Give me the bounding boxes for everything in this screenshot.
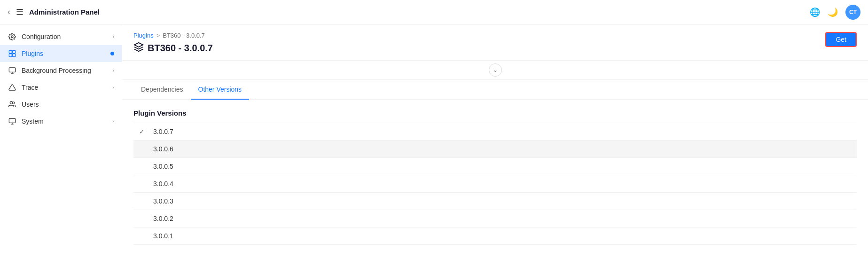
layout: Configuration › Plugins Background Proce… bbox=[0, 24, 868, 274]
svg-rect-2 bbox=[13, 50, 16, 53]
breadcrumb-plugins-link[interactable]: Plugins bbox=[133, 32, 154, 39]
version-check-icon: ✓ bbox=[139, 128, 149, 135]
main-content: Plugins > BT360 - 3.0.0.7 BT360 - 3.0.0.… bbox=[122, 24, 868, 274]
breadcrumb-separator: > bbox=[156, 32, 160, 39]
version-row-3002[interactable]: 3.0.0.2 bbox=[133, 210, 857, 227]
trace-chevron-icon: › bbox=[112, 84, 114, 91]
menu-button[interactable]: ☰ bbox=[16, 7, 23, 17]
svg-point-6 bbox=[10, 102, 12, 104]
version-label-3007: 3.0.0.7 bbox=[153, 128, 173, 135]
top-header: ‹ ☰ Administration Panel 🌐 🌙 CT bbox=[0, 0, 868, 24]
page-title: BT360 - 3.0.0.7 bbox=[133, 42, 213, 55]
sidebar-item-configuration[interactable]: Configuration › bbox=[0, 28, 122, 45]
sidebar-item-users[interactable]: Users bbox=[0, 96, 122, 113]
plugins-active-dot bbox=[110, 52, 114, 55]
version-row-3006[interactable]: 3.0.0.6 bbox=[133, 140, 857, 157]
sidebar-item-background-processing-label: Background Processing bbox=[22, 67, 108, 74]
header-actions: 🌐 🌙 CT bbox=[810, 5, 860, 20]
version-label-3004: 3.0.0.4 bbox=[153, 180, 173, 188]
moon-icon-button[interactable]: 🌙 bbox=[828, 7, 838, 17]
version-row-3007[interactable]: ✓ 3.0.0.7 bbox=[133, 123, 857, 140]
page-header: Plugins > BT360 - 3.0.0.7 BT360 - 3.0.0.… bbox=[122, 24, 868, 61]
version-row-3003[interactable]: 3.0.0.3 bbox=[133, 192, 857, 210]
globe-icon-button[interactable]: 🌐 bbox=[810, 7, 820, 17]
version-label-3001: 3.0.0.1 bbox=[153, 232, 173, 240]
content-inner: Plugins > BT360 - 3.0.0.7 BT360 - 3.0.0.… bbox=[122, 24, 868, 274]
sidebar-item-configuration-label: Configuration bbox=[22, 33, 108, 40]
svg-rect-3 bbox=[9, 54, 12, 57]
version-label-3003: 3.0.0.3 bbox=[153, 197, 173, 205]
get-button[interactable]: Get bbox=[825, 32, 857, 47]
users-icon bbox=[8, 101, 17, 108]
svg-rect-5 bbox=[9, 68, 15, 72]
version-row-3005[interactable]: 3.0.0.5 bbox=[133, 157, 857, 175]
configuration-icon bbox=[8, 33, 17, 40]
background-processing-chevron-icon: › bbox=[112, 67, 114, 74]
svg-rect-1 bbox=[9, 50, 12, 53]
plugin-title-icon bbox=[133, 42, 144, 55]
plugins-icon bbox=[8, 50, 17, 57]
collapse-row: ⌄ bbox=[122, 61, 868, 80]
system-icon bbox=[8, 117, 17, 125]
versions-title: Plugin Versions bbox=[133, 109, 857, 117]
sidebar-item-trace-label: Trace bbox=[22, 84, 108, 91]
version-row-3001[interactable]: 3.0.0.1 bbox=[133, 227, 857, 245]
svg-rect-7 bbox=[9, 118, 15, 123]
avatar[interactable]: CT bbox=[845, 5, 860, 20]
sidebar-item-plugins-label: Plugins bbox=[22, 50, 106, 57]
page-header-left: Plugins > BT360 - 3.0.0.7 BT360 - 3.0.0.… bbox=[133, 32, 213, 55]
trace-icon bbox=[8, 84, 17, 91]
sidebar-item-background-processing[interactable]: Background Processing › bbox=[0, 62, 122, 79]
sidebar: Configuration › Plugins Background Proce… bbox=[0, 24, 122, 274]
version-label-3005: 3.0.0.5 bbox=[153, 163, 173, 170]
sidebar-item-plugins[interactable]: Plugins bbox=[0, 45, 122, 62]
tabs-row: Dependencies Other Versions bbox=[122, 80, 868, 100]
background-processing-icon bbox=[8, 67, 17, 74]
breadcrumb: Plugins > BT360 - 3.0.0.7 bbox=[133, 32, 213, 39]
page-title-text: BT360 - 3.0.0.7 bbox=[148, 43, 213, 54]
sidebar-item-system[interactable]: System › bbox=[0, 113, 122, 130]
system-chevron-icon: › bbox=[112, 118, 114, 125]
version-row-3004[interactable]: 3.0.0.4 bbox=[133, 175, 857, 192]
tab-dependencies[interactable]: Dependencies bbox=[133, 80, 191, 100]
tab-other-versions[interactable]: Other Versions bbox=[191, 80, 250, 100]
sidebar-item-trace[interactable]: Trace › bbox=[0, 79, 122, 96]
version-label-3006: 3.0.0.6 bbox=[153, 145, 173, 153]
sidebar-item-users-label: Users bbox=[22, 101, 114, 108]
svg-point-0 bbox=[11, 36, 13, 38]
breadcrumb-current: BT360 - 3.0.0.7 bbox=[163, 32, 205, 39]
svg-rect-4 bbox=[13, 54, 16, 57]
back-button[interactable]: ‹ bbox=[8, 7, 10, 17]
version-label-3002: 3.0.0.2 bbox=[153, 215, 173, 222]
sidebar-item-system-label: System bbox=[22, 117, 108, 125]
versions-section: Plugin Versions ✓ 3.0.0.7 3.0.0.6 3.0.0.… bbox=[122, 100, 868, 254]
collapse-button[interactable]: ⌄ bbox=[489, 63, 502, 77]
header-title: Administration Panel bbox=[29, 8, 804, 16]
configuration-chevron-icon: › bbox=[112, 33, 114, 40]
